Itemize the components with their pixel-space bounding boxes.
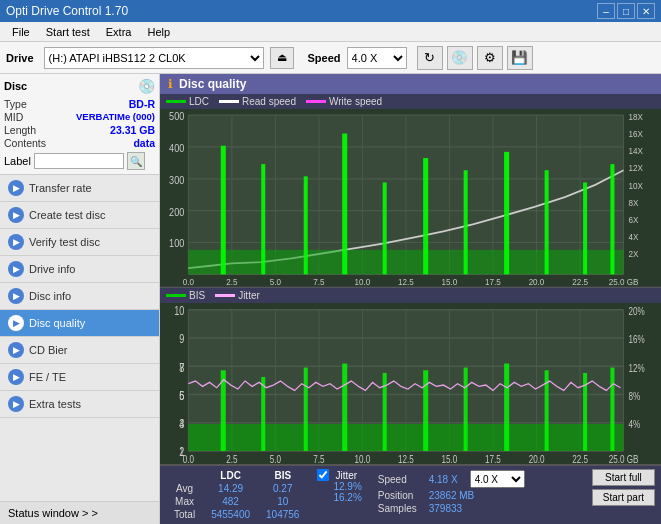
- svg-text:500: 500: [169, 110, 185, 122]
- title-bar: Opti Drive Control 1.70 – □ ✕: [0, 0, 661, 22]
- svg-text:200: 200: [169, 206, 185, 218]
- svg-rect-30: [610, 164, 614, 274]
- svg-text:14X: 14X: [629, 146, 643, 157]
- svg-text:15.0: 15.0: [442, 452, 458, 464]
- close-button[interactable]: ✕: [637, 3, 655, 19]
- disc-type-label: Type: [4, 98, 27, 110]
- disc-scan-button[interactable]: 🔍: [127, 152, 145, 170]
- menu-file[interactable]: File: [4, 24, 38, 40]
- sidebar: Disc 💿 Type BD-R MID VERBATIMe (000) Len…: [0, 74, 160, 524]
- sidebar-label-fe-te: FE / TE: [29, 371, 66, 383]
- legend-ldc: LDC: [166, 96, 209, 107]
- disc-section-title: Disc: [4, 80, 27, 92]
- svg-text:2.5: 2.5: [226, 452, 237, 464]
- svg-text:2X: 2X: [629, 248, 639, 259]
- menu-help[interactable]: Help: [139, 24, 178, 40]
- verify-test-disc-icon: ▶: [8, 234, 24, 250]
- start-full-button[interactable]: Start full: [592, 469, 655, 486]
- stats-max-label: Max: [166, 495, 203, 508]
- legend-write-speed: Write speed: [306, 96, 382, 107]
- settings-button[interactable]: ⚙: [477, 46, 503, 70]
- svg-text:18X: 18X: [629, 111, 643, 122]
- stats-max-row: Max 482 10: [166, 495, 307, 508]
- eject-button[interactable]: ⏏: [270, 47, 294, 69]
- disc-quality-icon: ▶: [8, 315, 24, 331]
- svg-text:6X: 6X: [629, 214, 639, 225]
- speed-bottom-select[interactable]: 4.0 X: [470, 470, 525, 488]
- disc-contents-row: Contents data: [4, 137, 155, 149]
- sidebar-item-extra-tests[interactable]: ▶ Extra tests: [0, 391, 159, 418]
- svg-text:7: 7: [179, 360, 184, 374]
- position-row: Position 23862 MB: [372, 489, 531, 502]
- disc-contents-value: data: [133, 137, 155, 149]
- stats-avg-row: Avg 14.29 0.27: [166, 482, 307, 495]
- svg-rect-86: [610, 367, 614, 450]
- disc-mid-value: VERBATIMe (000): [76, 111, 155, 123]
- save-button[interactable]: 💾: [507, 46, 533, 70]
- svg-text:4X: 4X: [629, 231, 639, 242]
- maximize-button[interactable]: □: [617, 3, 635, 19]
- disc-label-input[interactable]: [34, 153, 124, 169]
- svg-rect-78: [304, 367, 308, 450]
- svg-text:0.0: 0.0: [183, 277, 194, 287]
- svg-rect-24: [383, 182, 387, 274]
- samples-label: Samples: [372, 502, 423, 515]
- minimize-button[interactable]: –: [597, 3, 615, 19]
- sidebar-label-extra-tests: Extra tests: [29, 398, 81, 410]
- bottom-chart-container: 10 9 8 7 6 5 4 3 2 1 20% 16% 12% 8% 4% 0…: [160, 303, 661, 465]
- sidebar-item-cd-bier[interactable]: ▶ CD Bier: [0, 337, 159, 364]
- sidebar-item-fe-te[interactable]: ▶ FE / TE: [0, 364, 159, 391]
- stats-avg-label: Avg: [166, 482, 203, 495]
- sidebar-item-create-test-disc[interactable]: ▶ Create test disc: [0, 202, 159, 229]
- svg-text:400: 400: [169, 142, 185, 154]
- svg-rect-75: [188, 424, 623, 451]
- svg-rect-19: [188, 250, 623, 274]
- svg-rect-20: [221, 146, 226, 275]
- bis-color-swatch: [166, 294, 186, 297]
- sidebar-item-transfer-rate[interactable]: ▶ Transfer rate: [0, 175, 159, 202]
- drive-label: Drive: [6, 52, 34, 64]
- top-chart-container: 500 400 300 200 100 18X 16X 14X 12X 10X …: [160, 109, 661, 288]
- right-stats: Speed 4.18 X 4.0 X Position 23862 MB: [372, 469, 531, 515]
- ldc-color-swatch: [166, 100, 186, 103]
- title-bar-title: Opti Drive Control 1.70: [6, 4, 128, 18]
- create-test-disc-icon: ▶: [8, 207, 24, 223]
- extra-tests-icon: ▶: [8, 396, 24, 412]
- sidebar-item-drive-info[interactable]: ▶ Drive info: [0, 256, 159, 283]
- jitter-checkbox[interactable]: [317, 469, 329, 481]
- disc-quality-header-icon: ℹ: [168, 77, 173, 91]
- samples-row: Samples 379833: [372, 502, 531, 515]
- stats-max-ldc: 482: [203, 495, 258, 508]
- refresh-button[interactable]: ↻: [417, 46, 443, 70]
- disc-quality-title: Disc quality: [179, 77, 246, 91]
- title-bar-controls: – □ ✕: [597, 3, 655, 19]
- disc-mid-label: MID: [4, 111, 23, 123]
- status-window-button[interactable]: Status window > >: [0, 501, 159, 524]
- svg-rect-29: [583, 182, 587, 274]
- speed-select[interactable]: 4.0 X 2.0 X 8.0 X: [347, 47, 407, 69]
- write-speed-label: Write speed: [329, 96, 382, 107]
- disc-label-row: Label 🔍: [4, 152, 155, 170]
- svg-text:12X: 12X: [629, 163, 643, 174]
- svg-text:20.0: 20.0: [529, 277, 545, 287]
- stats-table: LDC BIS Avg 14.29 0.27 Max 482 10: [166, 469, 307, 521]
- menu-start-test[interactable]: Start test: [38, 24, 98, 40]
- speed-label: Speed: [372, 469, 423, 489]
- svg-text:100: 100: [169, 238, 185, 250]
- disc-length-value: 23.31 GB: [110, 124, 155, 136]
- sidebar-item-verify-test-disc[interactable]: ▶ Verify test disc: [0, 229, 159, 256]
- svg-text:10.0: 10.0: [355, 452, 371, 464]
- svg-text:12%: 12%: [629, 361, 646, 373]
- svg-text:9: 9: [179, 332, 184, 346]
- start-part-button[interactable]: Start part: [592, 489, 655, 506]
- content-area: ℹ Disc quality LDC Read speed Write spee…: [160, 74, 661, 524]
- stats-panel: LDC BIS Avg 14.29 0.27 Max 482 10: [160, 465, 661, 524]
- svg-text:7.5: 7.5: [313, 277, 324, 287]
- svg-rect-28: [545, 170, 549, 274]
- sidebar-item-disc-info[interactable]: ▶ Disc info: [0, 283, 159, 310]
- menu-extra[interactable]: Extra: [98, 24, 140, 40]
- drive-select[interactable]: (H:) ATAPI iHBS112 2 CL0K: [44, 47, 264, 69]
- sidebar-item-disc-quality[interactable]: ▶ Disc quality: [0, 310, 159, 337]
- svg-text:300: 300: [169, 174, 185, 186]
- disc-button[interactable]: 💿: [447, 46, 473, 70]
